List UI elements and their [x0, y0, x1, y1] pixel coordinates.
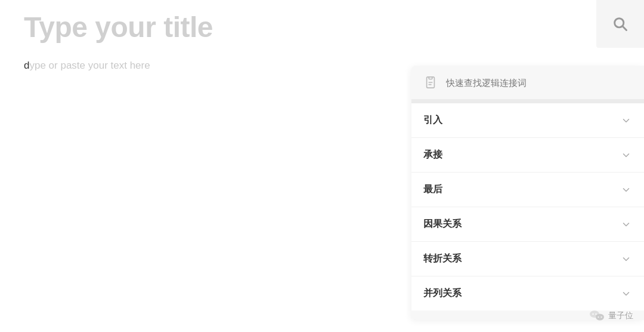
editor-placeholder: ype or paste your text here: [29, 60, 150, 71]
chevron-down-icon-causal: [620, 219, 632, 230]
watermark-text: 量子位: [608, 311, 633, 321]
category-label-connect: 承接: [423, 149, 442, 161]
svg-point-6: [596, 314, 604, 321]
clipboard-icon: [422, 74, 439, 91]
category-item-connect[interactable]: 承接: [411, 138, 644, 173]
category-item-finally[interactable]: 最后: [411, 173, 644, 207]
category-label-transition: 转折关系: [423, 253, 462, 265]
category-label-intro: 引入: [423, 114, 442, 127]
svg-line-1: [623, 26, 626, 30]
connector-panel: 引入承接最后因果关系转折关系并列关系: [411, 66, 644, 320]
title-area: Type your title: [24, 11, 213, 44]
chevron-down-icon-finally: [620, 184, 632, 196]
svg-point-7: [592, 313, 593, 315]
search-icon: [612, 16, 628, 32]
category-item-parallel[interactable]: 并列关系: [411, 276, 644, 311]
panel-search-bar[interactable]: [411, 66, 644, 100]
svg-point-10: [600, 316, 602, 318]
page-title[interactable]: Type your title: [24, 11, 213, 44]
category-item-transition[interactable]: 转折关系: [411, 242, 644, 276]
category-item-causal[interactable]: 因果关系: [411, 207, 644, 242]
category-label-finally: 最后: [423, 183, 442, 196]
chevron-down-icon-connect: [620, 149, 632, 161]
watermark: 量子位: [589, 308, 633, 324]
category-list: 引入承接最后因果关系转折关系并列关系: [411, 103, 644, 311]
category-label-causal: 因果关系: [423, 218, 462, 230]
wechat-icon: [589, 308, 605, 324]
category-label-parallel: 并列关系: [423, 287, 462, 300]
connector-search-input[interactable]: [446, 78, 633, 88]
search-button[interactable]: [606, 10, 634, 38]
category-item-intro[interactable]: 引入: [411, 103, 644, 138]
top-bar: [596, 0, 644, 48]
chevron-down-icon-intro: [620, 115, 632, 127]
main-container: Type your title dype or paste your text …: [0, 0, 644, 332]
svg-point-8: [595, 313, 596, 315]
svg-point-9: [597, 316, 599, 318]
svg-rect-2: [429, 77, 432, 79]
chevron-down-icon-parallel: [620, 288, 632, 300]
chevron-down-icon-transition: [620, 253, 632, 265]
